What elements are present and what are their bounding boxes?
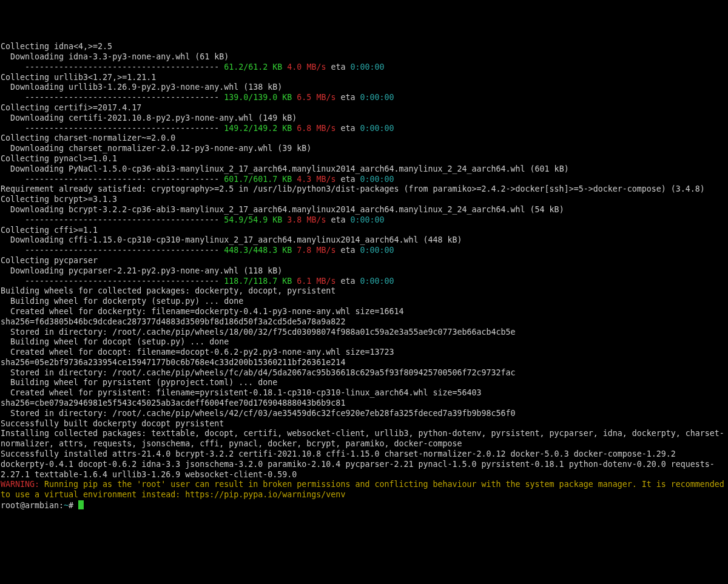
progress-dashes: ---------------------------------------- <box>1 277 224 286</box>
progress-eta-label: eta <box>340 93 355 102</box>
collecting-line: Collecting cffi>=1.1 <box>1 226 98 235</box>
progress-eta: 0:00:00 <box>360 175 394 184</box>
progress-eta-label: eta <box>340 124 355 133</box>
progress-dashes: ---------------------------------------- <box>1 215 224 224</box>
progress-bytes: 118.7/118.7 KB <box>224 277 292 286</box>
progress-dashes: ---------------------------------------- <box>1 93 224 102</box>
progress-speed: 6.1 MB/s <box>297 277 335 286</box>
progress-dashes: ---------------------------------------- <box>1 246 224 255</box>
progress-eta: 0:00:00 <box>350 62 384 72</box>
progress-bytes: 149.2/149.2 KB <box>224 124 292 133</box>
built-ok: Successfully built dockerpty docopt pyrs… <box>1 419 224 428</box>
downloading-line: Downloading PyNaCl-1.5.0-cp36-abi3-manyl… <box>1 164 569 173</box>
progress-dashes: ---------------------------------------- <box>1 175 224 184</box>
progress-eta-label: eta <box>340 246 355 255</box>
collecting-line: Collecting bcrypt>=3.1.3 <box>1 195 117 204</box>
stored-wheel: Stored in directory: /root/.cache/pip/wh… <box>1 368 516 377</box>
progress-speed: 7.8 MB/s <box>297 246 335 255</box>
collecting-line: Collecting pynacl>=1.0.1 <box>1 154 117 163</box>
installing: Installing collected packages: texttable… <box>1 429 724 448</box>
created-wheel: Created wheel for dockerpty: filename=do… <box>1 307 408 326</box>
installed-ok: Successfully installed attrs-21.4.0 bcry… <box>1 449 715 479</box>
progress-speed: 4.3 MB/s <box>297 175 335 184</box>
downloading-line: Downloading certifi-2021.10.8-py2.py3-no… <box>1 113 297 123</box>
shell-prompt[interactable]: root@armbian:~# <box>1 501 78 510</box>
requirement-satisfied: Requirement already satisfied: cryptogra… <box>1 184 705 193</box>
cursor[interactable] <box>78 500 84 509</box>
stored-wheel: Stored in directory: /root/.cache/pip/wh… <box>1 327 516 337</box>
progress-eta: 0:00:00 <box>360 277 394 286</box>
progress-eta-label: eta <box>340 277 355 286</box>
progress-bytes: 54.9/54.9 KB <box>224 215 282 224</box>
progress-speed: 3.8 MB/s <box>287 215 326 224</box>
progress-speed: 4.0 MB/s <box>287 62 326 72</box>
downloading-line: Downloading charset_normalizer-2.0.12-py… <box>1 144 311 153</box>
progress-speed: 6.5 MB/s <box>297 93 335 102</box>
collecting-line: Collecting urllib3<1.27,>=1.21.1 <box>1 73 156 82</box>
stored-wheel: Stored in directory: /root/.cache/pip/wh… <box>1 409 516 418</box>
progress-bytes: 448.3/448.3 KB <box>224 246 292 255</box>
warning-label: WARNING: <box>1 480 39 489</box>
progress-eta: 0:00:00 <box>360 93 394 102</box>
progress-eta-label: eta <box>331 215 345 224</box>
progress-bytes: 601.7/601.7 KB <box>224 175 292 184</box>
collecting-line: Collecting certifi>=2017.4.17 <box>1 103 141 112</box>
progress-bytes: 61.2/61.2 KB <box>224 62 282 72</box>
created-wheel: Created wheel for docopt: filename=docop… <box>1 347 399 367</box>
warning: WARNING: Running pip as the 'root' user … <box>1 480 728 499</box>
progress-dashes: ---------------------------------------- <box>1 124 224 133</box>
downloading-line: Downloading pycparser-2.21-py2.py3-none-… <box>1 266 282 275</box>
building-wheel: Building wheel for dockerpty (setup.py) … <box>1 297 243 306</box>
downloading-line: Downloading cffi-1.15.0-cp310-cp310-many… <box>1 235 462 244</box>
progress-dashes: ---------------------------------------- <box>1 62 224 72</box>
terminal-output[interactable]: Collecting idna<4,>=2.5 Downloading idna… <box>1 42 727 511</box>
collecting-line: Collecting charset-normalizer~=2.0.0 <box>1 133 175 143</box>
progress-eta-label: eta <box>331 62 345 72</box>
collecting-line: Collecting pycparser <box>1 256 98 265</box>
created-wheel: Created wheel for pyrsistent: filename=p… <box>1 388 487 408</box>
building-wheel: Building wheel for pyrsistent (pyproject… <box>1 378 277 387</box>
downloading-line: Downloading bcrypt-3.2.2-cp36-abi3-manyl… <box>1 205 564 214</box>
progress-eta-label: eta <box>340 175 355 184</box>
progress-speed: 6.8 MB/s <box>297 124 335 133</box>
progress-eta: 0:00:00 <box>360 124 394 133</box>
progress-eta: 0:00:00 <box>350 215 384 224</box>
downloading-line: Downloading urllib3-1.26.9-py2.py3-none-… <box>1 82 282 92</box>
progress-eta: 0:00:00 <box>360 246 394 255</box>
building-wheel: Building wheel for docopt (setup.py) ...… <box>1 337 229 346</box>
progress-bytes: 139.0/139.0 KB <box>224 93 292 102</box>
collecting-line: Collecting idna<4,>=2.5 <box>1 42 112 51</box>
building-header: Building wheels for collected packages: … <box>1 286 335 295</box>
downloading-line: Downloading idna-3.3-py3-none-any.whl (6… <box>1 52 229 61</box>
